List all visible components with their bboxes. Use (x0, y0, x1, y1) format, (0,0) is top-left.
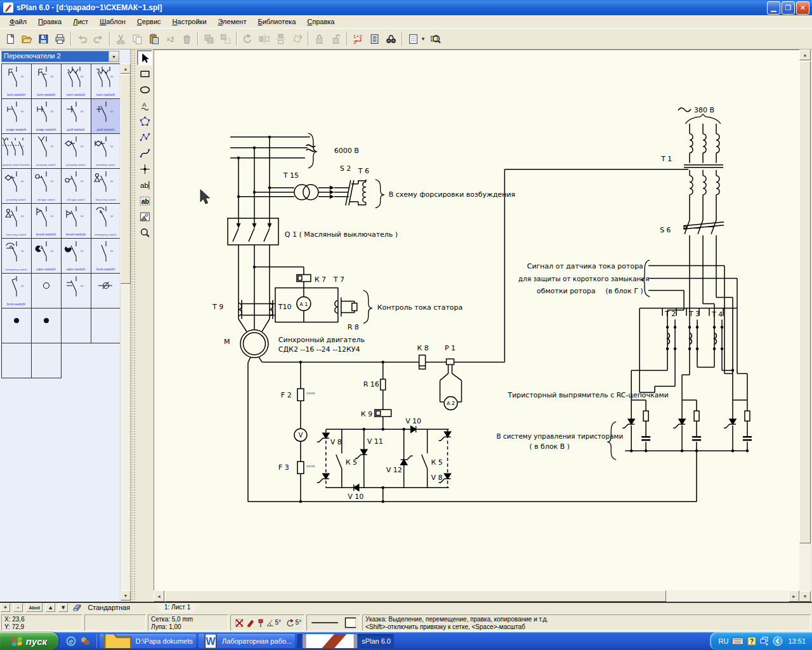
restore-button[interactable]: ❐ (782, 1, 795, 15)
menu-Лист[interactable]: Лист (67, 17, 94, 27)
flip-button[interactable] (273, 30, 289, 47)
ungroup-button[interactable] (218, 30, 233, 47)
polyline-tool[interactable] (137, 129, 152, 145)
taskbar-task-d-papa-dokumets[interactable]: D:\Papa dokumets (100, 634, 196, 648)
special-shape-tool[interactable]: A (137, 98, 152, 113)
menu-Настройки[interactable]: Настройки (167, 17, 213, 27)
numbering-button[interactable]: 123 (350, 30, 366, 47)
line-style-sample[interactable] (311, 621, 338, 625)
cut-button[interactable] (113, 30, 129, 47)
eraser-icon[interactable] (72, 603, 82, 612)
menu-Библиотека[interactable]: Библиотека (252, 17, 301, 27)
library-item-proximity switch[interactable]: 60proximity switch (32, 134, 62, 169)
library-item-dot[interactable] (2, 308, 32, 343)
library-item-pull-switch[interactable]: 60pull-switch (91, 99, 121, 134)
zoom-tool[interactable] (137, 225, 152, 240)
menu-Правка[interactable]: Правка (32, 17, 67, 27)
library-scroll-thumb[interactable] (121, 74, 131, 284)
redo-button[interactable] (91, 30, 107, 47)
library-item-blank[interactable] (62, 308, 91, 343)
library-item-blank[interactable] (32, 343, 62, 378)
library-item-cam-switch[interactable]: 60cam-switch (32, 239, 62, 274)
library-item-roll-type switch[interactable]: 60roll-type switch (62, 169, 91, 204)
paste-button[interactable] (146, 30, 162, 47)
rotate-button[interactable] (240, 30, 256, 47)
language-bar-chevron-icon[interactable] (773, 636, 783, 646)
library-item-cam-switch[interactable]: 60cam-switch (62, 239, 91, 274)
sheet-up-button[interactable]: ▲ (46, 603, 55, 612)
schematic-canvas[interactable]: 6000 ВТ 15S 2Т 6В схему форсировки возбу… (154, 50, 799, 590)
start-button[interactable]: пуск (0, 632, 58, 650)
rotate-step-icon[interactable] (286, 618, 294, 627)
menu-Файл[interactable]: Файл (4, 17, 32, 27)
library-item-contact[interactable]: 60 (62, 274, 91, 308)
menu-Шаблон[interactable]: Шаблон (94, 17, 131, 27)
rotate-free-button[interactable] (289, 30, 305, 47)
help-note-icon[interactable]: ? (747, 637, 756, 646)
new-button[interactable] (3, 30, 18, 47)
sheet-down-button[interactable]: ▼ (58, 603, 68, 612)
library-item-blank[interactable] (91, 308, 121, 343)
library-item-level-switch[interactable]: 60level-switch (62, 204, 91, 239)
library-item-level-switch[interactable]: 60level-switch (32, 204, 62, 239)
library-item-turn-switch[interactable]: 60turn-switch (62, 64, 91, 99)
library-item-loose-key switch[interactable]: 60loose-key switch (2, 204, 32, 239)
menu-Справка[interactable]: Справка (301, 17, 340, 27)
hscroll-thumb[interactable] (165, 590, 666, 602)
library-item-proximity switch[interactable]: 60proximity switch (62, 134, 91, 169)
library-item-proximity switch[interactable]: 60proximity switch (91, 134, 121, 169)
library-item-circle[interactable] (32, 274, 62, 308)
chevron-down-icon[interactable]: ▼ (108, 51, 119, 62)
zoom-button[interactable] (428, 30, 443, 47)
keyboard-icon[interactable] (732, 637, 743, 645)
search-button[interactable] (383, 30, 399, 47)
library-item-limit-switch[interactable]: 60limit-switch (2, 274, 32, 308)
library-item-limit-switch[interactable]: 60limit-switch (91, 239, 121, 274)
polygon-tool[interactable] (137, 114, 152, 129)
taskbar-task-splan-6-0[interactable]: sPlan 6.0 (298, 634, 394, 648)
library-item-turn-switch[interactable]: 60turn-switch (2, 64, 32, 99)
library-item-turn-switch[interactable]: 60turn-switch (32, 64, 62, 99)
node-tool[interactable] (137, 161, 152, 176)
open-button[interactable] (19, 30, 35, 47)
bezier-tool[interactable] (137, 145, 152, 161)
library-scrollbar[interactable]: ▲ ▼ (120, 63, 130, 600)
lock-button[interactable] (311, 30, 327, 47)
panel-splitter[interactable] (131, 50, 136, 602)
library-item-snap-switch[interactable]: 60snap-switch (32, 99, 62, 134)
library-selector[interactable]: Переключатели 2 ▼ (1, 51, 119, 62)
save-button[interactable] (36, 30, 51, 47)
vscroll-thumb[interactable] (799, 61, 811, 543)
textbox-tool[interactable]: ab (137, 193, 152, 208)
delete-button[interactable] (179, 30, 195, 47)
ellipse-tool[interactable] (137, 82, 152, 97)
abcd-button[interactable]: Abcd (26, 603, 43, 612)
duplicate-button[interactable]: ×2 (162, 30, 178, 47)
tab-sheet-1[interactable]: 1: Лист 1 (155, 603, 199, 613)
image-tool[interactable] (137, 209, 152, 224)
library-item-emergency switch[interactable]: 60emergency switch (2, 239, 32, 274)
language-indicator[interactable]: RU (719, 637, 729, 645)
scroll-up-icon[interactable]: ▲ (121, 63, 131, 74)
zoom-in-button[interactable]: + (1, 603, 10, 612)
menu-Сервис[interactable]: Сервис (131, 17, 167, 27)
library-item-crossed[interactable] (91, 274, 121, 308)
library-item-blank[interactable] (2, 343, 32, 378)
scroll-left-icon[interactable]: ◄ (154, 590, 164, 602)
rectangle-tool[interactable] (137, 66, 152, 81)
library-item-pull-switch[interactable]: 60pull-switch (62, 99, 91, 134)
mirror-button[interactable] (256, 30, 272, 47)
restore-tray-icon[interactable] (760, 637, 769, 646)
group-button[interactable] (201, 30, 217, 47)
library-item-snap-switch[interactable]: 60snap-switch (2, 99, 32, 134)
undo-button[interactable] (74, 30, 90, 47)
text-tool[interactable]: ab (137, 177, 152, 192)
scroll-right-icon[interactable]: ► (789, 590, 799, 602)
library-item-roll-type switch[interactable]: 60roll-type switch (32, 169, 62, 204)
internet-explorer-icon[interactable]: e (66, 636, 76, 646)
minimize-button[interactable]: ▁ (767, 1, 780, 15)
grid-button[interactable] (405, 30, 421, 47)
horizontal-scrollbar[interactable]: ◄ ► (154, 590, 799, 602)
menu-Элемент[interactable]: Элемент (213, 17, 252, 27)
library-item-dot[interactable] (32, 308, 62, 343)
